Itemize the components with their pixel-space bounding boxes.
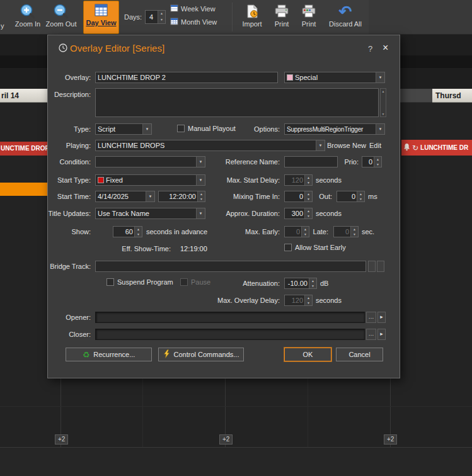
start-time-spinner[interactable]: 12:20:00 ▲▼ bbox=[158, 191, 205, 202]
event-bar-lunchtime-right[interactable]: ↻ LUNCHTIME DR bbox=[401, 140, 472, 156]
control-commands-button[interactable]: Control Commands... bbox=[158, 348, 244, 361]
spin-up-icon[interactable]: ▲ bbox=[158, 11, 165, 17]
spin-down-icon[interactable]: ▼ bbox=[305, 180, 312, 185]
overflow-badge[interactable]: +2 bbox=[55, 434, 68, 445]
print-button-2[interactable]: Print bbox=[297, 3, 321, 28]
spinner-up-down-icons[interactable]: ▲ ▼ bbox=[158, 11, 165, 23]
max-early-spinner[interactable]: 0 ▲▼ bbox=[284, 226, 309, 237]
days-spinner[interactable]: 4 ▲ ▼ bbox=[145, 10, 166, 24]
spin-down-icon[interactable]: ▼ bbox=[357, 196, 364, 201]
spin-down-icon[interactable]: ▼ bbox=[351, 232, 358, 237]
dropdown-arrow-icon[interactable]: ▾ bbox=[142, 124, 151, 134]
spinner-up-down-icons[interactable]: ▲▼ bbox=[301, 227, 309, 237]
opener-field[interactable] bbox=[95, 312, 365, 323]
spinner-up-down-icons[interactable]: ▲▼ bbox=[304, 295, 312, 305]
title-updates-combobox[interactable]: Use Track Name ▾ bbox=[95, 208, 205, 219]
import-button[interactable]: Import bbox=[238, 3, 266, 28]
late-spinner[interactable]: 0 ▲▼ bbox=[333, 226, 359, 237]
overflow-badge[interactable]: +2 bbox=[384, 434, 397, 445]
spinner-up-down-icons[interactable]: ▲▼ bbox=[374, 157, 381, 167]
spinner-up-down-icons[interactable]: ▲▼ bbox=[309, 278, 316, 288]
spinner-up-down-icons[interactable]: ▲▼ bbox=[304, 191, 312, 201]
event-bar-orange[interactable] bbox=[0, 183, 47, 196]
dropdown-arrow-icon[interactable]: ▾ bbox=[196, 175, 205, 185]
edit-button[interactable]: Edit bbox=[369, 142, 381, 149]
cancel-button[interactable]: Cancel bbox=[336, 348, 383, 361]
type-combobox[interactable]: Script ▾ bbox=[95, 123, 152, 135]
day-header-left[interactable]: ril 14 bbox=[0, 89, 47, 103]
scroll-down-icon[interactable]: ▼ bbox=[382, 112, 385, 116]
options-combobox[interactable]: SuppressMultiRegionTrigger ▾ bbox=[284, 123, 385, 135]
spin-up-icon[interactable]: ▲ bbox=[305, 208, 312, 213]
suspend-program-checkbox[interactable]: Suspend Program bbox=[106, 278, 173, 286]
start-date-combobox[interactable]: 4/14/2025 ▾ bbox=[95, 191, 155, 202]
scroll-up-icon[interactable]: ▲ bbox=[382, 89, 385, 93]
category-combobox[interactable]: Special ▾ bbox=[284, 72, 385, 83]
spin-up-icon[interactable]: ▲ bbox=[305, 295, 312, 300]
spinner-up-down-icons[interactable]: ▲▼ bbox=[134, 227, 142, 237]
approx-duration-spinner[interactable]: 300 ▲▼ bbox=[284, 208, 313, 219]
spin-down-icon[interactable]: ▼ bbox=[302, 232, 309, 237]
overflow-badge[interactable]: +2 bbox=[219, 434, 233, 445]
playing-combobox[interactable]: LUNCHTIME DROPS ▾ bbox=[95, 140, 325, 151]
spinner-up-down-icons[interactable]: ▲▼ bbox=[350, 227, 358, 237]
dropdown-arrow-icon[interactable]: ▾ bbox=[376, 72, 384, 82]
checkbox-box[interactable] bbox=[177, 125, 185, 132]
description-textarea[interactable] bbox=[95, 88, 379, 117]
dropdown-arrow-icon[interactable]: ▾ bbox=[376, 124, 384, 134]
spin-down-icon[interactable]: ▼ bbox=[309, 283, 316, 288]
spin-down-icon[interactable]: ▼ bbox=[158, 17, 165, 23]
day-header-right[interactable]: Thursd bbox=[432, 89, 472, 103]
bridge-browse-button[interactable] bbox=[368, 261, 376, 272]
condition-combobox[interactable]: ▾ bbox=[95, 156, 205, 167]
close-button[interactable]: × bbox=[383, 42, 388, 54]
discard-all-button[interactable]: ↶ Discard All bbox=[326, 3, 365, 28]
reference-name-input[interactable] bbox=[284, 156, 338, 167]
spin-down-icon[interactable]: ▼ bbox=[305, 300, 312, 305]
new-button[interactable]: New bbox=[352, 142, 366, 149]
start-type-combobox[interactable]: Fixed ▾ bbox=[95, 174, 205, 186]
max-start-delay-spinner[interactable]: 120 ▲▼ bbox=[284, 174, 313, 186]
ok-button[interactable]: OK bbox=[284, 348, 331, 361]
month-view-button[interactable]: Month View bbox=[170, 18, 217, 26]
print-button[interactable]: Print bbox=[270, 3, 293, 28]
overlay-input[interactable]: LUNCHTIME DROP 2 bbox=[95, 72, 278, 83]
opener-play-button[interactable]: ▸ bbox=[377, 312, 386, 323]
bridge-play-button[interactable] bbox=[377, 261, 384, 272]
zoom-out-button[interactable]: Zoom Out bbox=[45, 3, 78, 28]
zoom-in-button[interactable]: Zoom In bbox=[13, 3, 43, 28]
spinner-up-down-icons[interactable]: ▲▼ bbox=[197, 191, 205, 201]
recurrence-button[interactable]: ♻ Recurrence... bbox=[66, 348, 152, 361]
spin-up-icon[interactable]: ▲ bbox=[351, 227, 358, 232]
spin-up-icon[interactable]: ▲ bbox=[305, 175, 312, 180]
spinner-up-down-icons[interactable]: ▲▼ bbox=[357, 191, 364, 201]
spin-down-icon[interactable]: ▼ bbox=[198, 196, 205, 201]
event-bar-lunchtime-left[interactable]: UNCTIME DROPS bbox=[0, 142, 47, 156]
checkbox-box[interactable] bbox=[106, 278, 114, 286]
spin-up-icon[interactable]: ▲ bbox=[135, 227, 142, 232]
dropdown-arrow-icon[interactable]: ▾ bbox=[146, 191, 154, 201]
description-scrollbar[interactable]: ▲ ▼ bbox=[380, 88, 386, 117]
spin-down-icon[interactable]: ▼ bbox=[135, 232, 142, 237]
help-button[interactable]: ? bbox=[368, 44, 372, 54]
spin-up-icon[interactable]: ▲ bbox=[357, 191, 364, 196]
closer-play-button[interactable]: ▸ bbox=[377, 329, 386, 340]
allow-start-early-checkbox[interactable]: Allow Start Early bbox=[284, 244, 346, 251]
mixing-time-out-spinner[interactable]: 0 ▲▼ bbox=[337, 191, 365, 202]
max-overlay-delay-spinner[interactable]: 120 ▲▼ bbox=[284, 295, 313, 306]
dropdown-arrow-icon[interactable]: ▾ bbox=[316, 140, 325, 150]
dropdown-arrow-icon[interactable]: ▾ bbox=[196, 157, 205, 167]
spinner-up-down-icons[interactable]: ▲▼ bbox=[304, 208, 312, 218]
spin-up-icon[interactable]: ▲ bbox=[374, 157, 381, 162]
day-view-button[interactable]: Day View bbox=[83, 1, 119, 34]
spinner-up-down-icons[interactable]: ▲▼ bbox=[304, 175, 312, 185]
closer-browse-button[interactable]: … bbox=[366, 329, 376, 340]
spin-down-icon[interactable]: ▼ bbox=[374, 162, 381, 167]
week-view-button[interactable]: Week View bbox=[170, 4, 216, 13]
checkbox-box[interactable] bbox=[284, 244, 292, 251]
prio-spinner[interactable]: 0 ▲▼ bbox=[362, 156, 382, 167]
dropdown-arrow-icon[interactable]: ▾ bbox=[196, 208, 205, 218]
browse-button[interactable]: Browse bbox=[327, 142, 350, 149]
spin-down-icon[interactable]: ▼ bbox=[305, 196, 312, 201]
bridge-track-input[interactable] bbox=[95, 261, 366, 272]
